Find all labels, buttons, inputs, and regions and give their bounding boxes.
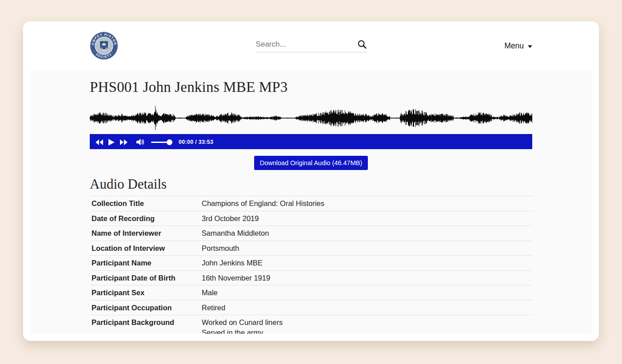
main-window: POMPEY HISTORY · SOCIETY · (23, 21, 599, 341)
detail-value: Champions of England: Oral Histories (202, 198, 532, 209)
detail-value: Samantha Middleton (202, 228, 532, 238)
society-logo[interactable]: POMPEY HISTORY · SOCIETY · (90, 32, 118, 60)
detail-label: Date of Recording (92, 214, 202, 224)
menu-dropdown-toggle[interactable]: Menu (504, 41, 532, 51)
search-input[interactable] (256, 40, 357, 49)
detail-row: Name of InterviewerSamantha Middleton (90, 226, 532, 241)
chevron-down-icon (528, 45, 532, 48)
detail-row: Date of Recording3rd October 2019 (90, 211, 532, 226)
rewind-icon (96, 139, 103, 145)
search-icon (357, 40, 367, 49)
detail-value: 16th November 1919 (202, 273, 532, 283)
detail-label: Participant Date of Birth (92, 273, 202, 283)
detail-label: Participant Occupation (92, 303, 202, 313)
detail-row: Participant BackgroundWorked on Cunard l… (90, 315, 532, 334)
volume-slider[interactable] (151, 139, 171, 145)
fast-forward-button[interactable] (117, 138, 130, 147)
detail-label: Location of Interview (92, 243, 202, 253)
detail-value: John Jenkins MBE (202, 258, 532, 268)
play-icon (108, 139, 115, 146)
detail-value: Retired (202, 303, 532, 313)
search-bar (256, 40, 367, 52)
detail-label: Participant Background (92, 317, 202, 328)
detail-label: Participant Name (92, 258, 202, 268)
rewind-button[interactable] (93, 138, 106, 147)
detail-row: Participant NameJohn Jenkins MBE (90, 256, 532, 271)
detail-row: Collection TitleChampions of England: Or… (90, 196, 532, 211)
page-content: PHS001 John Jenkins MBE MP3 (30, 70, 592, 334)
site-header: POMPEY HISTORY · SOCIETY · (23, 21, 599, 70)
audio-player-bar: 00:00 / 33:53 (90, 134, 532, 149)
time-display: 00:00 / 33:53 (179, 139, 213, 145)
volume-slider-knob[interactable] (167, 139, 172, 145)
detail-label: Name of Interviewer (92, 228, 202, 238)
detail-value: 3rd October 2019 (202, 214, 532, 224)
detail-row: Participant OccupationRetired (90, 301, 532, 316)
volume-button[interactable] (134, 137, 148, 147)
detail-row: Location of InterviewPortsmouth (90, 241, 532, 256)
detail-row: Participant Date of Birth16th November 1… (90, 271, 532, 286)
details-table: Collection TitleChampions of England: Or… (90, 196, 532, 334)
audio-details-heading: Audio Details (90, 176, 532, 193)
audio-waveform[interactable] (90, 102, 532, 134)
society-crest-icon: POMPEY HISTORY · SOCIETY · (90, 32, 118, 60)
detail-row: Participant SexMale (90, 285, 532, 301)
search-button[interactable] (357, 40, 367, 49)
play-button[interactable] (106, 137, 117, 147)
detail-label: Collection Title (92, 198, 202, 209)
menu-label: Menu (504, 41, 524, 51)
detail-value: Portsmouth (202, 243, 532, 253)
volume-icon (136, 138, 145, 146)
detail-value: Worked on Cunard linersServed in the arm… (202, 317, 532, 334)
page-title: PHS001 John Jenkins MBE MP3 (90, 77, 532, 97)
detail-label: Participant Sex (92, 288, 202, 298)
download-audio-button[interactable]: Download Original Audio (46.47MB) (254, 156, 368, 170)
fast-forward-icon (120, 139, 128, 145)
detail-value: Male (202, 288, 532, 298)
